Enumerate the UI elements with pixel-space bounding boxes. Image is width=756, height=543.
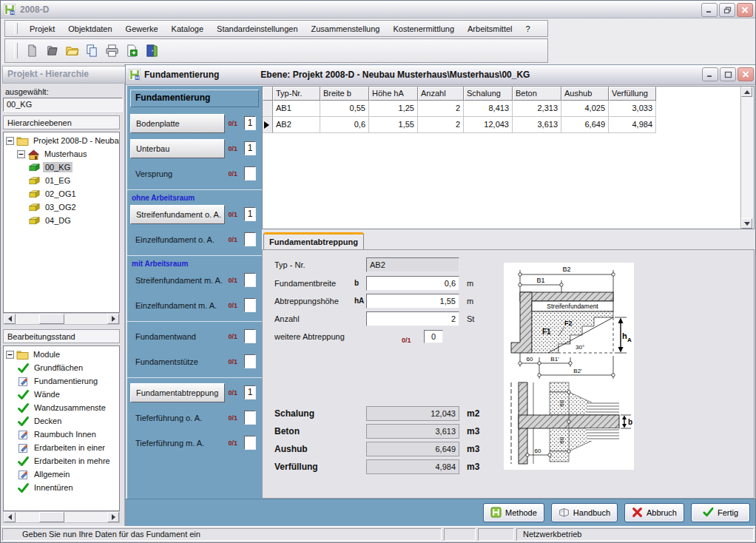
row-selector[interactable] [263, 101, 273, 117]
cell-h-he-ha[interactable]: 1,25 [369, 101, 418, 117]
menu-item[interactable]: ? [519, 23, 537, 35]
nav-item-button[interactable]: Fundamentabtreppung [130, 383, 225, 402]
scrollbar-thumb[interactable] [39, 314, 64, 324]
tree-item[interactable]: Innentüren [4, 481, 119, 494]
scroll-right-icon[interactable] [107, 314, 119, 324]
cell-aushub[interactable]: 6,649 [561, 117, 609, 133]
tree-item[interactable]: Module [4, 348, 119, 361]
input-field-fundamentbreite[interactable]: 0,6 [366, 276, 459, 291]
tree-item[interactable]: Allgemein [4, 468, 119, 481]
column-header-anzahl[interactable]: Anzahl [418, 87, 464, 101]
open-recent-button[interactable] [43, 41, 61, 60]
column-header-beton[interactable]: Beton [513, 87, 561, 101]
cell-verf-llung[interactable]: 3,033 [609, 101, 656, 117]
minimize-button[interactable] [702, 67, 718, 81]
nav-item-button[interactable]: Versprung [130, 164, 230, 183]
tree-item[interactable]: Musterhaus [4, 147, 119, 161]
tree-item[interactable]: Wände [4, 388, 119, 401]
close-button[interactable] [737, 3, 753, 17]
cell-anzahl[interactable]: 2 [418, 101, 464, 117]
tree-item[interactable]: 02_OG1 [4, 187, 119, 200]
table-vscrollbar[interactable] [740, 87, 754, 229]
tree-item[interactable]: Fundamentierung [4, 374, 119, 388]
tree-item[interactable]: Decken [4, 414, 119, 428]
hierarchy-tree-hscrollbar[interactable] [3, 313, 120, 325]
cell-beton[interactable]: 3,613 [513, 117, 561, 133]
tree-item[interactable]: 00_KG [4, 161, 119, 174]
selected-value-field[interactable]: 00_KG [3, 98, 123, 112]
cell-beton[interactable]: 2,313 [513, 101, 561, 117]
cell-anzahl[interactable]: 2 [418, 117, 464, 133]
toolbar-grip[interactable] [14, 43, 18, 59]
nav-item-button[interactable]: Fundamentstütze [130, 352, 230, 371]
nav-count-box[interactable] [244, 298, 256, 312]
input-field-anzahl[interactable]: 2 [366, 311, 459, 326]
copy-button[interactable] [83, 41, 101, 60]
input-field-abtreppungsh-he[interactable]: 1,55 [366, 294, 459, 308]
tree-item[interactable]: 03_OG2 [4, 200, 119, 214]
status-panel-header[interactable]: Bearbeitungsstand [3, 329, 120, 343]
cell-typ-nr[interactable]: AB2 [273, 117, 320, 133]
menu-projekt[interactable]: Projekt [23, 23, 61, 35]
counter-field[interactable]: 0 [424, 330, 443, 343]
nav-count-box[interactable] [244, 411, 256, 425]
open-folder-button[interactable] [63, 41, 81, 60]
abbruch-button[interactable]: Abbruch [624, 503, 684, 522]
nav-count-box[interactable] [244, 273, 256, 287]
menu-gewerke[interactable]: Gewerke [119, 23, 165, 35]
scrollbar-thumb[interactable] [39, 512, 64, 522]
nav-item-button[interactable]: Streifenfundament o. A. [130, 205, 225, 224]
cell-breite-b[interactable]: 0,6 [320, 117, 369, 133]
tree-item[interactable]: Wandzusammenste [4, 401, 119, 414]
scroll-down-icon[interactable] [741, 218, 752, 229]
tree-item[interactable]: Erdarbeiten in mehre [4, 454, 119, 468]
column-header-h-he-ha[interactable]: Höhe hA [369, 87, 418, 101]
nav-count-box[interactable]: 1 [244, 116, 256, 130]
nav-count-box[interactable]: 1 [244, 141, 256, 155]
tree-item[interactable]: 04_DG [4, 214, 119, 227]
tab-fundamentabtreppung[interactable]: Fundamentabtreppung [263, 232, 364, 250]
methode-button[interactable]: Methode [483, 503, 544, 522]
print-button[interactable] [103, 41, 121, 60]
table-row[interactable]: AB10,551,2528,4132,3134,0253,033 [263, 101, 741, 117]
handbuch-button[interactable]: Handbuch [551, 503, 618, 522]
scroll-right-icon[interactable] [107, 512, 119, 522]
cell-typ-nr[interactable]: AB1 [273, 101, 320, 117]
nav-count-box[interactable] [244, 329, 256, 343]
nav-item-button[interactable]: Fundamentwand [130, 327, 230, 346]
nav-item-button[interactable]: Tieferführung o. A. [130, 408, 230, 428]
hierarchy-levels-header[interactable]: Hierarchieebenen [3, 115, 120, 129]
nav-count-box[interactable] [244, 436, 256, 450]
nav-count-box[interactable] [244, 166, 256, 181]
nav-item-button[interactable]: Streifenfundament m. A. [130, 271, 230, 290]
cell-h-he-ha[interactable]: 1,55 [369, 117, 418, 133]
nav-item-button[interactable]: Einzelfundament m. A. [130, 296, 230, 315]
scroll-left-icon[interactable] [4, 512, 16, 522]
nav-count-box[interactable] [244, 232, 256, 246]
tree-item[interactable]: Erdarbeiten in einer [4, 441, 119, 454]
restore-button[interactable] [719, 3, 735, 17]
menu-kostenermittlung[interactable]: Kostenermittlung [386, 23, 461, 35]
nav-count-box[interactable] [244, 354, 256, 368]
new-document-button[interactable] [23, 41, 41, 60]
nav-item-button[interactable]: Bodenplatte [130, 114, 225, 133]
scroll-left-icon[interactable] [4, 314, 16, 324]
menu-kataloge[interactable]: Kataloge [165, 23, 210, 35]
menu-objektdaten[interactable]: Objektdaten [61, 23, 118, 35]
cell-breite-b[interactable]: 0,55 [320, 101, 369, 117]
cell-schalung[interactable]: 12,043 [464, 117, 513, 133]
cell-schalung[interactable]: 8,413 [464, 101, 513, 117]
cell-verf-llung[interactable]: 4,984 [609, 117, 656, 133]
column-header-verf-llung[interactable]: Verfüllung [609, 87, 656, 101]
column-header-aushub[interactable]: Aushub [561, 87, 609, 101]
tree-item[interactable]: Grundflächen [4, 361, 119, 374]
row-selector[interactable] [263, 117, 273, 133]
export-document-button[interactable] [123, 41, 141, 60]
nav-count-box[interactable]: 1 [244, 207, 256, 221]
column-header-breite-b[interactable]: Breite b [320, 87, 369, 101]
toolbar-grip[interactable] [14, 23, 18, 34]
nav-item-button[interactable]: Tieferführung m. A. [130, 434, 230, 453]
tree-item[interactable]: Raumbuch Innen [4, 428, 119, 441]
maximize-button[interactable] [720, 67, 736, 81]
modules-tree-hscrollbar[interactable] [3, 511, 120, 523]
